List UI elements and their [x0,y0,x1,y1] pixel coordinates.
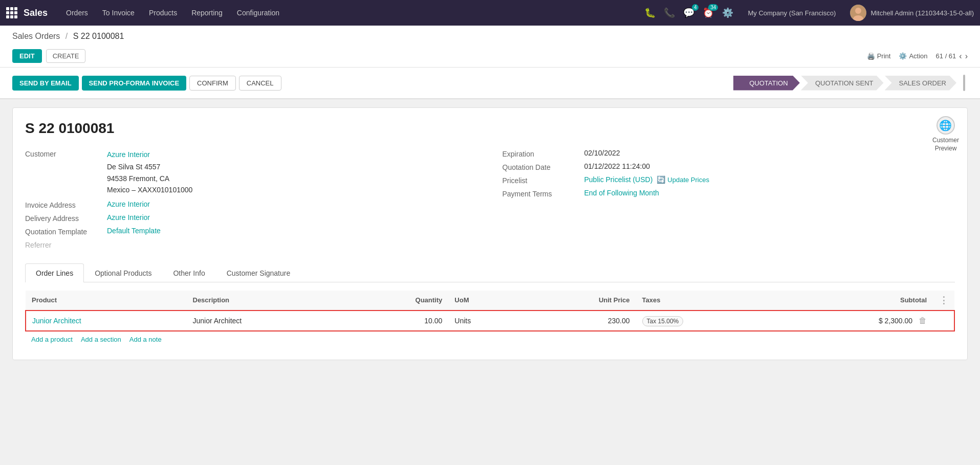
invoice-address-label: Invoice Address [25,200,107,209]
tab-other-info[interactable]: Other Info [162,263,215,282]
column-menu-icon[interactable]: ⋮ [939,295,948,305]
refresh-icon: 🔄 [657,175,665,184]
expiration-label: Expiration [503,149,584,158]
customer-preview-label: CustomerPreview [932,137,959,152]
row-product: Junior Architect [26,311,187,331]
pricelist-value[interactable]: Public Pricelist (USD) [584,175,653,184]
col-product: Product [26,291,187,311]
row-quantity: 10.00 [346,311,448,331]
top-navigation: Sales Orders To Invoice Products Reporti… [0,0,980,26]
customer-addr2: 94538 Fremont, CA [107,174,169,183]
nav-to-invoice[interactable]: To Invoice [96,0,141,26]
chat-icon[interactable]: 💬 4 [683,7,694,18]
preview-globe-icon: 🌐 [937,116,955,135]
delete-row-icon[interactable]: 🗑 [919,316,927,325]
tab-order-lines[interactable]: Order Lines [25,263,84,282]
nav-reporting[interactable]: Reporting [185,0,229,26]
customer-field: Customer Azure Interior De Silva St 4557… [25,149,478,196]
nav-products[interactable]: Products [143,0,183,26]
delivery-address-value[interactable]: Azure Interior [107,213,150,222]
add-note-link[interactable]: Add a note [129,336,162,343]
settings-icon[interactable]: ⚙️ [722,7,733,18]
nav-configuration[interactable]: Configuration [231,0,286,26]
col-quantity: Quantity [346,291,448,311]
breadcrumb-parent[interactable]: Sales Orders [12,32,60,40]
form-grid: Customer Azure Interior De Silva St 4557… [25,149,955,253]
action-button[interactable]: ⚙️ Action [899,52,927,60]
delivery-address-label: Delivery Address [25,213,107,223]
tab-optional-products[interactable]: Optional Products [84,263,162,282]
update-prices-button[interactable]: 🔄 Update Prices [657,175,709,184]
form-left: Customer Azure Interior De Silva St 4557… [25,149,478,253]
edit-button[interactable]: EDIT [12,49,42,63]
customer-addr3: Mexico – XAXX010101000 [107,186,192,194]
document-card: 🌐 CustomerPreview S 22 0100081 Customer … [12,107,968,360]
add-row-links: Add a product Add a section Add a note [25,331,955,347]
add-product-link[interactable]: Add a product [31,336,73,343]
nav-orders[interactable]: Orders [60,0,94,26]
referrer-field: Referrer [25,240,478,249]
debug-icon[interactable]: 🐛 [644,7,656,18]
status-bar: SEND BY EMAIL SEND PRO-FORMA INVOICE CON… [0,68,980,99]
customer-addr1: De Silva St 4557 [107,163,160,171]
table-header-row: Product Description Quantity UoM Unit Pr… [26,291,954,311]
tax-badge: Tax 15.00% [642,316,684,326]
quotation-date-value: 01/12/2022 11:24:00 [584,162,650,170]
status-pipeline: QUOTATION QUOTATION SENT SALES ORDER [733,76,957,91]
breadcrumb: Sales Orders / S 22 0100081 [12,32,968,41]
company-name[interactable]: My Company (San Francisco) [742,9,842,17]
document-number: S 22 0100081 [25,120,955,137]
customer-preview-button[interactable]: 🌐 CustomerPreview [932,116,959,152]
print-button[interactable]: 🖨️ Print [867,52,891,60]
expiration-value: 02/10/2022 [584,149,620,157]
quotation-date-label: Quotation Date [503,162,584,171]
delivery-address-field: Delivery Address Azure Interior [25,213,478,223]
phone-icon[interactable]: 📞 [664,7,675,18]
quotation-template-field: Quotation Template Default Template [25,227,478,236]
col-description: Description [187,291,346,311]
tabs-row: Order Lines Optional Products Other Info… [25,263,955,282]
row-actions [933,311,954,331]
quotation-date-field: Quotation Date 01/12/2022 11:24:00 [503,162,955,171]
activity-badge: 34 [708,4,718,11]
product-link[interactable]: Junior Architect [32,317,81,325]
row-description: Junior Architect [187,311,346,331]
app-name[interactable]: Sales [24,8,48,18]
send-email-button[interactable]: SEND BY EMAIL [12,76,79,91]
chat-badge: 4 [692,4,699,11]
svg-point-1 [855,8,861,14]
status-step-quotation-sent[interactable]: QUOTATION SENT [801,76,884,91]
customer-label: Customer [25,149,107,158]
payment-terms-field: Payment Terms End of Following Month [503,189,955,198]
col-unit-price: Unit Price [523,291,636,311]
expiration-field: Expiration 02/10/2022 [503,149,955,158]
svg-rect-3 [963,75,965,91]
quotation-template-value[interactable]: Default Template [107,227,161,235]
breadcrumb-current: S 22 0100081 [73,32,124,40]
order-lines-table: Product Description Quantity UoM Unit Pr… [25,291,955,331]
cancel-button[interactable]: CANCEL [239,76,281,91]
col-taxes: Taxes [636,291,776,311]
create-button[interactable]: CREATE [46,49,86,63]
add-section-link[interactable]: Add a section [81,336,121,343]
pagination: 61 / 61 ‹ › [936,52,968,61]
invoice-address-field: Invoice Address Azure Interior [25,200,478,209]
activity-icon[interactable]: ⏰ 34 [703,7,714,18]
app-grid-icon[interactable] [6,7,17,18]
confirm-button[interactable]: CONFIRM [189,76,236,91]
row-taxes: Tax 15.00% [636,311,776,331]
status-step-sales-order[interactable]: SALES ORDER [885,76,956,91]
status-step-quotation[interactable]: QUOTATION [733,76,800,91]
col-subtotal: Subtotal [775,291,933,311]
invoice-address-value[interactable]: Azure Interior [107,200,150,208]
quotation-template-label: Quotation Template [25,227,107,236]
payment-terms-value[interactable]: End of Following Month [584,189,659,197]
prev-page-arrow[interactable]: ‹ [959,52,962,61]
row-uom: Units [448,311,523,331]
send-pro-forma-button[interactable]: SEND PRO-FORMA INVOICE [82,76,186,91]
customer-name-link[interactable]: Azure Interior [107,149,192,160]
next-page-arrow[interactable]: › [965,52,968,61]
user-avatar [850,5,866,21]
tab-customer-signature[interactable]: Customer Signature [216,263,301,282]
user-menu[interactable]: Mitchell Admin (12103443-15-0-all) [850,5,974,21]
